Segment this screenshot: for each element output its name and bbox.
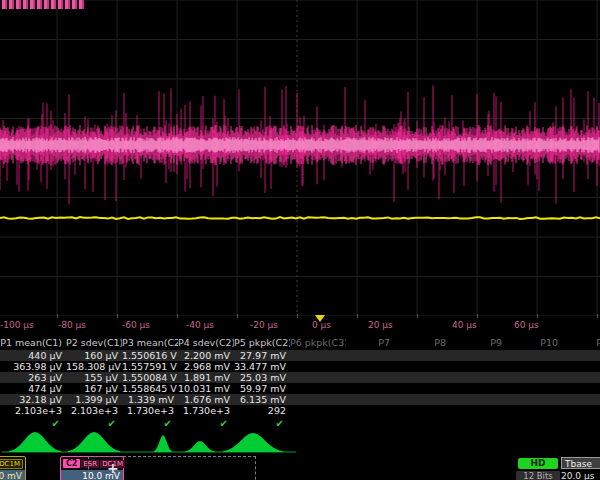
axis-tick <box>357 314 358 318</box>
measure-value-cell: 263 µV <box>0 372 66 383</box>
axis-tick <box>237 314 238 318</box>
measure-value-cell <box>402 394 458 405</box>
hd-bits-label: 12 Bits <box>516 471 560 480</box>
measure-value-cell <box>458 361 514 372</box>
measure-value-cell: 440 µV <box>0 350 66 361</box>
measure-param-header[interactable]: P9 <box>458 336 514 349</box>
measure-value-cell: 2.968 mV <box>178 361 234 372</box>
measure-param-header[interactable]: P3 mean(C2) <box>122 336 178 349</box>
measure-value-cell <box>346 405 402 416</box>
measure-value-cell: 1.399 µV <box>66 394 122 405</box>
measure-value-cell <box>290 350 346 361</box>
measure-value-cell: 363.98 µV <box>0 361 66 372</box>
axis-tick <box>117 314 118 318</box>
axis-tick <box>537 314 538 318</box>
measure-value-cell: 1.550616 V <box>122 350 178 361</box>
measure-value-cell <box>458 405 514 416</box>
c2-trace-label-garbled <box>0 0 86 9</box>
add-trace-plus-icon: + <box>107 460 119 476</box>
measure-value-cell <box>402 361 458 372</box>
hd-mode-badge[interactable]: HD <box>518 458 558 469</box>
measure-value-cell: 32.18 µV <box>0 394 66 405</box>
measure-value-cell: 59.97 mV <box>234 383 290 394</box>
axis-tick <box>417 314 418 318</box>
timebase-value: 20.0 µs <box>561 471 600 480</box>
descriptor-bar: DC1M 10.0 mV C2 ESRDC1M 10.0 mV + HD 12 … <box>0 456 600 480</box>
measure-value-cell: 1.891 mV <box>178 372 234 383</box>
measure-value-cell <box>458 383 514 394</box>
measure-param-header[interactable]: P6 pkpk(C3) <box>290 336 346 349</box>
measure-value-cell: 2.103e+3 <box>0 405 66 416</box>
measure-value-cell: 1.550084 V <box>122 372 178 383</box>
time-axis-label: -80 µs <box>58 320 86 330</box>
measure-value-cell: 1.558645 V <box>122 383 178 394</box>
time-axis-label: 60 µs <box>514 320 539 330</box>
measure-value-cell <box>458 350 514 361</box>
axis-tick <box>57 314 58 318</box>
time-axis-label: 0 µs <box>312 320 331 330</box>
oscilloscope-screen: -100 µs-80 µs-60 µs-40 µs-20 µs0 µs20 µs… <box>0 0 600 480</box>
measure-param-header[interactable]: P8 <box>402 336 458 349</box>
axis-tick <box>597 314 598 318</box>
measure-value-cell <box>290 394 346 405</box>
measure-param-header[interactable]: P5 pkpk(C2) <box>234 336 290 349</box>
measurement-histicons <box>0 429 600 456</box>
measure-table-row: 440 µV160 µV1.550616 V2.200 mV27.97 mV <box>0 350 600 361</box>
measure-table-row: 363.98 µV158.308 µV1.557591 V2.968 mV33.… <box>0 361 600 372</box>
measure-value-cell <box>290 405 346 416</box>
measure-value-cell <box>346 350 402 361</box>
measure-param-header[interactable]: P1 mean(C1) <box>0 336 66 349</box>
measure-param-header[interactable]: P4 sdev(C2) <box>178 336 234 349</box>
measure-value-cell <box>346 394 402 405</box>
measure-value-cell <box>402 383 458 394</box>
time-axis-label: -20 µs <box>250 320 278 330</box>
measure-table-row: 474 µV167 µV1.558645 V10.031 mV59.97 mV <box>0 383 600 394</box>
c2-channel-badge: C2 <box>63 459 80 468</box>
measure-value-cell <box>514 350 570 361</box>
measure-param-header[interactable]: P2 sdev(C1) <box>66 336 122 349</box>
waveform-svg <box>0 0 600 316</box>
measure-header-row: P1 mean(C1)P2 sdev(C1)P3 mean(C2)P4 sdev… <box>0 336 600 349</box>
measure-value-cell <box>514 372 570 383</box>
measure-param-header[interactable]: P10 <box>514 336 570 349</box>
c1-coupling-tag: DC1M <box>0 459 23 469</box>
measure-value-cell: 33.477 mV <box>234 361 290 372</box>
measure-value-cell <box>346 361 402 372</box>
measure-value-cell <box>290 361 346 372</box>
add-trace-box[interactable]: + <box>88 456 256 480</box>
waveform-grid[interactable] <box>0 0 600 316</box>
measure-value-cell: 6.135 mV <box>234 394 290 405</box>
time-axis-label: -60 µs <box>122 320 150 330</box>
c1-descriptor-box[interactable]: DC1M 10.0 mV <box>0 456 26 480</box>
measure-value-cell: 2.103e+3 <box>66 405 122 416</box>
time-axis-label: -40 µs <box>186 320 214 330</box>
measure-param-header[interactable]: P11 <box>570 336 600 349</box>
timebase-descriptor-box[interactable]: Tbase <box>561 457 600 469</box>
measure-value-cell: 474 µV <box>0 383 66 394</box>
measure-value-cell: 2.200 mV <box>178 350 234 361</box>
measure-value-cell <box>514 383 570 394</box>
axis-tick <box>177 314 178 318</box>
measure-value-cell <box>570 394 600 405</box>
measure-value-cell: 1.730e+3 <box>178 405 234 416</box>
measure-value-cell <box>346 372 402 383</box>
axis-tick <box>477 314 478 318</box>
measure-value-cell: 155 µV <box>66 372 122 383</box>
measure-param-header[interactable]: P7 <box>346 336 402 349</box>
measure-value-cell: 1.339 mV <box>122 394 178 405</box>
measure-value-cell <box>290 383 346 394</box>
measure-value-cell: 1.557591 V <box>122 361 178 372</box>
measure-value-cell <box>402 372 458 383</box>
time-axis-label: -100 µs <box>0 320 34 330</box>
measurement-table: P1 mean(C1)P2 sdev(C1)P3 mean(C2)P4 sdev… <box>0 336 600 430</box>
measure-value-cell: 167 µV <box>66 383 122 394</box>
histicons-svg <box>0 429 600 456</box>
measure-value-cell <box>570 372 600 383</box>
axis-tick <box>297 314 298 318</box>
measure-value-rows: 440 µV160 µV1.550616 V2.200 mV27.97 mV36… <box>0 350 600 416</box>
measure-value-cell: 27.97 mV <box>234 350 290 361</box>
measure-value-cell: 1.730e+3 <box>122 405 178 416</box>
measure-value-cell <box>514 405 570 416</box>
measure-value-cell <box>458 394 514 405</box>
measure-value-cell <box>346 383 402 394</box>
